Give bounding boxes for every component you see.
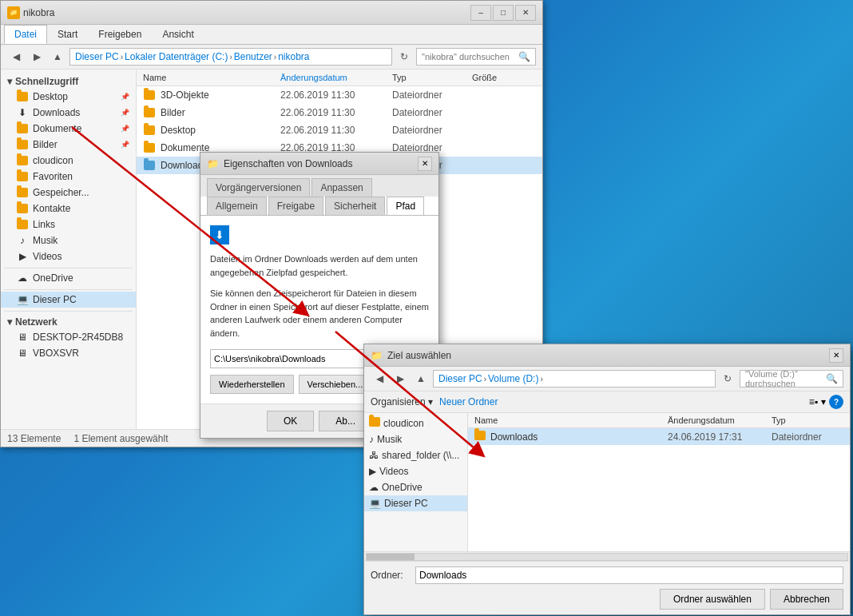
ziel-breadcrumb-dieser-pc[interactable]: Dieser PC: [438, 373, 482, 384]
forward-button[interactable]: ▶: [28, 48, 46, 66]
ziel-file-date-downloads: 24.06.2019 17:31: [668, 431, 772, 443]
organize-button[interactable]: Organisieren ▾: [371, 396, 433, 407]
ziel-file-row-downloads[interactable]: Downloads 24.06.2019 17:31 Dateiordner: [468, 428, 850, 445]
search-input[interactable]: [422, 52, 515, 62]
verschieben-button[interactable]: Verschieben...: [299, 375, 372, 394]
ziel-abbrechen-button[interactable]: Abbrechen: [770, 589, 843, 610]
desktop-icon: [17, 91, 28, 102]
ziel-sidebar-cloudicon[interactable]: cloudicon: [364, 415, 467, 431]
ziel-col-type[interactable]: Typ: [772, 415, 843, 425]
ziel-back-button[interactable]: ◀: [371, 370, 388, 387]
schnellzugriff-header[interactable]: ▾ Schnellzugriff: [1, 73, 136, 89]
explorer-title: nikobra: [23, 7, 54, 18]
tab-freigeben[interactable]: Freigeben: [88, 25, 152, 44]
sidebar-item-kontakte[interactable]: Kontakte: [1, 201, 136, 217]
ziel-col-name[interactable]: Name: [474, 415, 668, 425]
tab-anpassen[interactable]: Anpassen: [311, 178, 371, 197]
breadcrumb-benutzer[interactable]: Benutzer: [234, 51, 272, 62]
ziel-sidebar-videos[interactable]: ▶ Videos: [364, 463, 467, 479]
sidebar-item-gespeicherte[interactable]: Gespeicher...: [1, 185, 136, 201]
tab-sicherheit[interactable]: Sicherheit: [325, 197, 385, 215]
new-folder-button[interactable]: Neuer Ordner: [439, 396, 498, 407]
sidebar-item-desktop[interactable]: Desktop 📌: [1, 89, 136, 105]
sidebar-item-musik[interactable]: ♪ Musik: [1, 232, 136, 248]
file-row-bilder[interactable]: Bilder 22.06.2019 11:30 Dateiordner: [137, 104, 542, 121]
ziel-sidebar-shared[interactable]: 🖧 shared_folder (\\...: [364, 447, 467, 463]
sidebar-item-dokumente[interactable]: Dokumente 📌: [1, 121, 136, 137]
sidebar-item-favoriten[interactable]: Favoriten: [1, 169, 136, 185]
ziel-search-placeholder: "Volume (D:)" durchsuchen: [745, 369, 823, 388]
maximize-button[interactable]: □: [493, 5, 514, 21]
ziel-folder-icon-downloads: [474, 431, 486, 443]
wiederherstellen-button[interactable]: Wiederherstellen: [210, 375, 294, 394]
tab-pfad[interactable]: Pfad: [387, 197, 424, 215]
refresh-button[interactable]: ↻: [395, 48, 413, 66]
ziel-breadcrumb-volume[interactable]: Volume (D:): [488, 373, 538, 384]
col-header-date[interactable]: Änderungsdatum: [280, 73, 392, 82]
ziel-address-path[interactable]: Dieser PC › Volume (D:) ›: [433, 370, 716, 387]
ziel-titlebar: 📁 Ziel auswählen ✕: [364, 344, 850, 367]
links-icon: [17, 219, 28, 230]
ziel-dialog: 📁 Ziel auswählen ✕ ◀ ▶ ▲ Dieser PC › Vol…: [363, 344, 851, 615]
sidebar-item-desktop2r[interactable]: 🖥 DESKTOP-2R45DB8: [1, 329, 136, 345]
ziel-sidebar-musik[interactable]: ♪ Musik: [364, 431, 467, 447]
ziel-folder-input[interactable]: [415, 566, 843, 584]
col-header-size[interactable]: Größe: [472, 73, 536, 82]
tab-ansicht[interactable]: Ansicht: [152, 25, 204, 44]
ziel-viewbtn: ≡▪ ▾ ?: [809, 395, 843, 409]
sidebar-item-links[interactable]: Links: [1, 217, 136, 232]
ordner-auswaehlen-button[interactable]: Ordner auswählen: [660, 589, 765, 610]
breadcrumb-lokaler[interactable]: Lokaler Datenträger (C:): [125, 51, 228, 62]
col-header-name[interactable]: Name: [143, 73, 280, 82]
file-row-desktop[interactable]: Desktop 22.06.2019 11:30 Dateiordner: [137, 121, 542, 139]
tab-vorgaenger[interactable]: Vorgängerversionen: [207, 178, 310, 197]
titlebar-controls: – □ ✕: [470, 5, 536, 21]
ziel-up-button[interactable]: ▲: [412, 370, 430, 387]
properties-folder-icon2: ⬇: [210, 225, 229, 244]
ziel-sidebar-dieser-pc[interactable]: 💻 Dieser PC: [364, 495, 467, 511]
folder-icon-bilder: [143, 106, 156, 119]
tab-start[interactable]: Start: [47, 25, 88, 44]
sidebar-item-cloudicon[interactable]: cloudicon: [1, 153, 136, 169]
close-button[interactable]: ✕: [515, 5, 536, 21]
help-button[interactable]: ?: [829, 395, 843, 409]
up-button[interactable]: ▲: [49, 48, 66, 66]
back-button[interactable]: ◀: [7, 48, 25, 66]
ok-button[interactable]: OK: [267, 411, 314, 431]
sidebar-item-vboxsvr[interactable]: 🖥 VBOXSVR: [1, 345, 136, 361]
col-header-type[interactable]: Typ: [392, 73, 472, 82]
ziel-close-button[interactable]: ✕: [829, 348, 843, 363]
minimize-button[interactable]: –: [470, 5, 491, 21]
ziel-sidebar-onedrive[interactable]: ☁ OneDrive: [364, 479, 467, 495]
ziel-forward-button[interactable]: ▶: [391, 370, 409, 387]
sidebar-item-downloads[interactable]: ⬇ Downloads 📌: [1, 105, 136, 121]
tab-datei[interactable]: Datei: [4, 25, 47, 44]
breadcrumb-nikobra[interactable]: nikobra: [278, 51, 309, 62]
tab-allgemein[interactable]: Allgemein: [207, 197, 267, 215]
bilder-icon: [17, 139, 28, 150]
sidebar-item-videos[interactable]: ▶ Videos: [1, 248, 136, 264]
view-dropdown-icon[interactable]: ▾: [821, 396, 826, 407]
sidebar-item-bilder[interactable]: Bilder 📌: [1, 137, 136, 153]
breadcrumb-dieser-pc[interactable]: Dieser PC: [75, 51, 119, 62]
file-row-3dobjekte[interactable]: 3D-Objekte 22.06.2019 11:30 Dateiordner: [137, 86, 542, 104]
explorer-app-icon: 📁: [7, 6, 20, 19]
ziel-actionbar: Organisieren ▾ Neuer Ordner ≡▪ ▾ ?: [364, 391, 850, 413]
ziel-col-date[interactable]: Änderungsdatum: [668, 415, 772, 425]
sidebar-item-onedrive[interactable]: ☁ OneDrive: [1, 270, 136, 286]
ziel-scrollbar-h[interactable]: [366, 553, 848, 561]
properties-close-button[interactable]: ✕: [418, 157, 432, 171]
address-path[interactable]: Dieser PC › Lokaler Datenträger (C:) › B…: [69, 48, 392, 66]
ziel-scrollbar-thumb[interactable]: [367, 554, 415, 560]
properties-title-text: Eigenschaften von Downloads: [224, 158, 352, 169]
kontakte-icon: [17, 203, 28, 214]
sidebar-item-dieser-pc[interactable]: 💻 Dieser PC: [1, 292, 136, 308]
tab-freigabe[interactable]: Freigabe: [268, 197, 323, 215]
ziel-title-text: Ziel auswählen: [387, 350, 451, 361]
sidebar: ▾ Schnellzugriff Desktop 📌 ⬇ Downloads 📌…: [1, 70, 137, 429]
ziel-refresh-button[interactable]: ↻: [719, 370, 736, 387]
ziel-filelist: Name Änderungsdatum Typ Downloads 24.06.…: [468, 413, 850, 551]
view-icon[interactable]: ≡▪: [809, 396, 818, 407]
netzwerk-header[interactable]: ▾ Netzwerk: [1, 313, 136, 329]
ziel-dieser-pc-icon: 💻: [369, 498, 381, 509]
